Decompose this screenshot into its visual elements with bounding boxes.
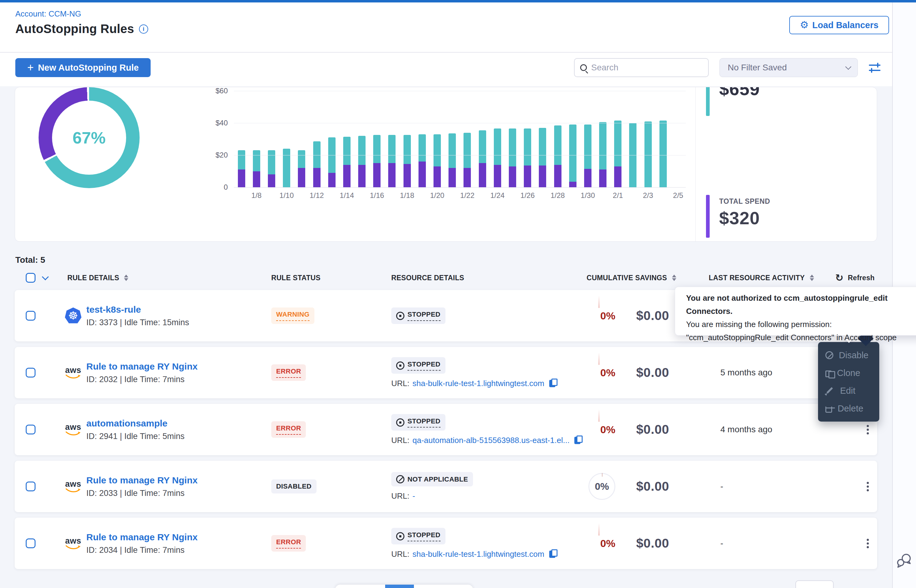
table-row: awsRule to manage RY NginxID: 2034 | Idl…: [15, 518, 877, 569]
bar-stack: [569, 124, 576, 187]
cumulative-savings-pct-cell: 0%: [575, 424, 615, 436]
rule-meta: ID: 3373 | Idle Time: 15mins: [86, 318, 189, 327]
savings-segment: [448, 133, 456, 168]
resource-url-link[interactable]: qa-automation-alb-515563988.us-east-1.el…: [413, 436, 570, 445]
y-axis-tick: $20: [185, 151, 228, 159]
spend-segment: [509, 166, 516, 187]
y-axis-tick: $60: [185, 87, 228, 95]
bar-1/10: 1/10: [279, 91, 294, 187]
select-all-checkbox[interactable]: [26, 273, 36, 283]
provider-cell: aws: [64, 480, 82, 493]
bar-1/29: [565, 91, 580, 187]
provider-cell: aws: [64, 423, 82, 436]
chat-help-icon[interactable]: [897, 552, 912, 569]
rule-name-link[interactable]: Rule to manage RY Nginx: [86, 475, 197, 486]
x-axis-tick: 2/1: [610, 191, 625, 200]
savings-amount: $0.00: [636, 309, 669, 323]
filter-sliders-icon[interactable]: [869, 61, 882, 75]
x-axis-tick: 1/10: [279, 191, 294, 200]
copy-icon[interactable]: [575, 436, 581, 444]
resource-state-label: NOT APPLICABLE: [408, 475, 468, 483]
row-checkbox[interactable]: [26, 425, 36, 435]
y-axis-tick: 0: [185, 183, 228, 192]
menu-item-delete[interactable]: Delete: [818, 399, 879, 417]
status-badge: ERROR: [271, 535, 306, 552]
bar-stack: [434, 134, 441, 187]
status-badge-label: ERROR: [276, 424, 301, 435]
page-header: Account: CCM-NG AutoStopping Rules Load …: [0, 2, 892, 53]
resource-url-link[interactable]: -: [413, 491, 415, 501]
resource-state-badge: STOPPED: [391, 528, 445, 544]
resource-state-label: STOPPED: [408, 360, 440, 371]
rule-name-link[interactable]: automationsample: [86, 418, 184, 429]
rule-meta: ID: 2032 | Idle Time: 7mins: [86, 375, 197, 384]
resource-url-link[interactable]: sha-bulk-rule-test-1.lightwingtest.com: [413, 379, 544, 388]
spend-segment: [479, 163, 486, 187]
row-checkbox[interactable]: [26, 481, 36, 491]
refresh-button[interactable]: Refresh: [835, 272, 875, 284]
cumulative-savings-pct-cell: 0%: [575, 538, 615, 549]
column-cumulative-savings[interactable]: CUMULATIVE SAVINGS: [587, 274, 676, 282]
spend-segment: [614, 166, 621, 187]
bar-stack: [509, 129, 516, 187]
sort-icon: [672, 275, 676, 281]
bar-1/15: [354, 91, 369, 187]
resource-details-cell: STOPPEDURL:qa-automation-alb-515563988.u…: [391, 414, 581, 445]
url-label: URL:: [391, 549, 409, 559]
page-size-select[interactable]: [795, 580, 833, 588]
spend-segment: [599, 170, 607, 187]
row-options-menu-button[interactable]: [861, 423, 874, 436]
column-rule-details[interactable]: RULE DETAILS: [67, 274, 128, 282]
total-spend-label: TOTAL SPEND: [719, 197, 770, 205]
pagination-bar: [335, 585, 473, 588]
column-last-resource-activity[interactable]: LAST RESOURCE ACTIVITY: [709, 274, 814, 282]
row-checkbox[interactable]: [26, 368, 36, 378]
row-options-menu-button[interactable]: [861, 537, 874, 549]
savings-percentage: 0%: [600, 310, 615, 321]
gridline: [234, 187, 686, 187]
select-menu-chevron-icon[interactable]: [42, 273, 49, 281]
bar-stack: [253, 150, 260, 187]
total-count: Total: 5: [15, 255, 45, 265]
bar-2/2: [625, 91, 641, 187]
active-page-button[interactable]: [385, 585, 414, 588]
spend-segment: [268, 174, 275, 187]
menu-item-disable[interactable]: Disable: [818, 346, 879, 364]
x-axis-tick-end: 2/5: [670, 91, 685, 187]
rule-name-link[interactable]: test-k8s-rule: [86, 304, 189, 315]
menu-item-clone[interactable]: Clone: [818, 364, 879, 382]
bar-2/1: 2/1: [610, 91, 625, 187]
row-checkbox[interactable]: [26, 538, 36, 548]
copy-icon[interactable]: [549, 380, 555, 387]
resource-url-link[interactable]: sha-bulk-rule-test-1.lightwingtest.com: [413, 549, 544, 559]
resource-url-line: URL:sha-bulk-rule-test-1.lightwingtest.c…: [391, 379, 555, 388]
rule-status-cell: WARNING: [271, 307, 314, 324]
filter-select[interactable]: No Filter Saved: [719, 58, 858, 77]
resource-details-cell: NOT APPLICABLEURL:-: [391, 472, 473, 501]
savings-segment: [509, 129, 516, 166]
last-activity: -: [720, 538, 723, 548]
savings-segment: [599, 122, 607, 170]
spend-segment: [584, 169, 591, 187]
account-breadcrumb[interactable]: Account: CCM-NG: [15, 9, 81, 19]
info-icon[interactable]: [139, 24, 148, 34]
sort-icon: [124, 275, 128, 281]
aws-icon: aws: [65, 366, 81, 379]
rule-name-link[interactable]: Rule to manage RY Nginx: [86, 361, 197, 372]
permission-tooltip: You are not authorized to ccm_autostoppi…: [675, 287, 916, 336]
new-autostopping-rule-button[interactable]: New AutoStopping Rule: [15, 58, 151, 77]
rule-name-link[interactable]: Rule to manage RY Nginx: [86, 532, 197, 543]
search-input[interactable]: [591, 63, 702, 73]
row-options-menu-button[interactable]: [861, 480, 874, 493]
savings-ring: 0%: [588, 473, 615, 500]
copy-icon[interactable]: [549, 550, 555, 558]
savings-segment: [238, 150, 245, 170]
spend-segment: [463, 168, 471, 187]
resource-url-line: URL:sha-bulk-rule-test-1.lightwingtest.c…: [391, 549, 555, 559]
bar-stack: [328, 137, 335, 187]
bar-1/28: 1/28: [550, 91, 565, 187]
load-balancers-button[interactable]: Load Balancers: [789, 16, 889, 34]
row-checkbox[interactable]: [26, 311, 36, 321]
metrics-divider: [695, 87, 696, 241]
menu-item-edit[interactable]: Edit: [818, 382, 879, 399]
